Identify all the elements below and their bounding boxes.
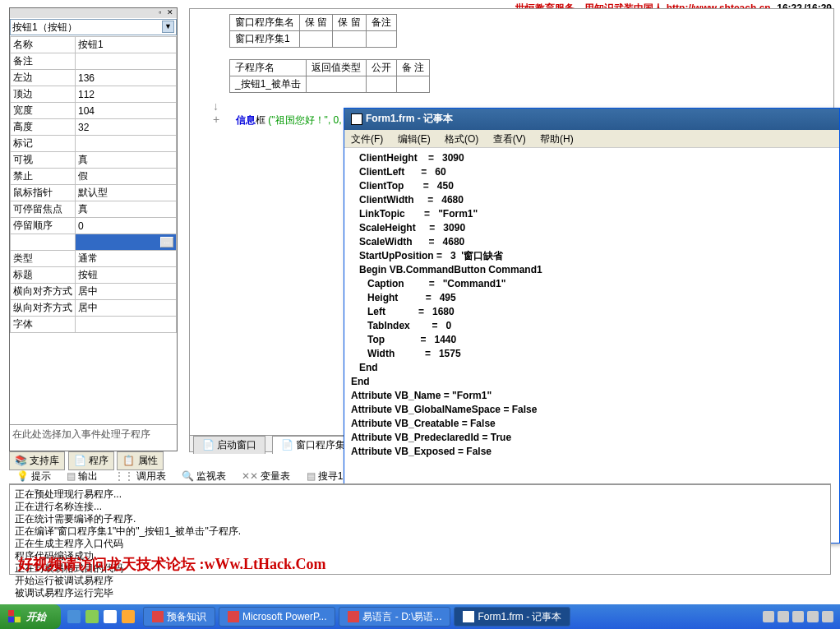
code-keyword: 信息 (236, 114, 256, 126)
prop-label[interactable]: 禁止 (11, 169, 76, 185)
subroutine-name: _按钮1_被单击 (230, 76, 307, 93)
taskbar: 开始 预备知识 Microsoft PowerP... 易语言 - D:\易语.… (0, 604, 840, 629)
tab-output[interactable]: ▤输出 (61, 468, 104, 485)
prop-value[interactable]: 真 (76, 201, 177, 218)
tab-start-window[interactable]: 📄 启动窗口 (193, 436, 265, 454)
ellipsis-button[interactable]: ... (160, 237, 173, 247)
help-text[interactable]: 在此处选择加入事件处理子程序 (10, 424, 177, 451)
tab-vars[interactable]: ✕✕变量表 (236, 468, 296, 485)
prop-value[interactable]: 真 (76, 152, 177, 169)
prop-label[interactable]: 停留顺序 (11, 218, 76, 234)
prop-label[interactable]: 顶边 (11, 86, 76, 103)
output-line: 正在预处理现行易程序... (15, 488, 825, 501)
start-button[interactable]: 开始 (0, 604, 61, 629)
panel-controls[interactable]: ▫ ✕ (159, 8, 175, 16)
window-assembly-table[interactable]: 窗口程序集名保 留保 留备注 窗口程序集1 (229, 14, 397, 48)
prop-value[interactable]: 默认型 (76, 185, 177, 201)
prop-value[interactable]: 0 (76, 218, 177, 234)
panel-header: ▫ ✕ (10, 8, 177, 18)
menu-help[interactable]: 帮助(H) (540, 133, 574, 145)
output-line: 被调试易程序运行完毕 (15, 587, 825, 599)
task-2[interactable]: Microsoft PowerP... (219, 607, 335, 627)
notepad-menubar: 文件(F) 编辑(E) 格式(O) 查看(V) 帮助(H) (344, 130, 839, 148)
prop-label[interactable]: 标题 (11, 267, 76, 284)
menu-view[interactable]: 查看(V) (493, 133, 526, 145)
tab-tips[interactable]: 💡提示 (11, 468, 57, 485)
prop-label[interactable]: 字体 (11, 317, 76, 333)
system-tray[interactable] (756, 611, 840, 622)
prop-label[interactable]: 可停留焦点 (11, 201, 76, 218)
windows-icon (8, 610, 21, 623)
tray-icon-4[interactable] (807, 611, 819, 622)
prop-label[interactable]: 纵向对齐方式 (11, 300, 76, 317)
prop-label[interactable]: 左边 (11, 70, 76, 86)
output-box[interactable]: 正在预处理现行易程序...正在进行名称连接...正在统计需要编译的子程序.正在编… (9, 484, 831, 575)
prop-value[interactable]: 32 (76, 119, 177, 136)
prop-label[interactable]: 宽度 (11, 103, 76, 119)
output-line: 正在进行名称连接... (15, 501, 825, 513)
menu-edit[interactable]: 编辑(E) (398, 133, 431, 145)
prop-value[interactable] (76, 53, 177, 70)
menu-file[interactable]: 文件(F) (351, 133, 383, 145)
property-grid: 名称按钮1备注左边136顶边112宽度104高度32标记可视真禁止假鼠标指针默认… (10, 36, 177, 333)
ql-icon-2[interactable] (85, 610, 99, 623)
assembly-name: 窗口程序集1 (230, 31, 300, 48)
object-dropdown[interactable]: 按钮1（按钮） ▼ (10, 19, 177, 35)
prop-label[interactable]: 横向对齐方式 (11, 284, 76, 300)
prop-label[interactable]: 鼠标指针 (11, 185, 76, 201)
prop-label[interactable]: 名称 (11, 37, 76, 53)
string-literal: ("祖国您好！", 0, ) (268, 114, 348, 126)
chevron-down-icon[interactable]: ▼ (162, 21, 174, 33)
subroutine-table[interactable]: 子程序名返回值类型公开备 注 _按钮1_被单击 (229, 59, 430, 93)
bottom-toolbar: 💡提示 ▤输出 ⋮⋮调用表 🔍监视表 ✕✕变量表 ▤搜寻1 (9, 466, 831, 484)
prop-label[interactable]: 标记 (11, 136, 76, 152)
prop-value[interactable]: 112 (76, 86, 177, 103)
notepad-titlebar[interactable]: Form1.frm - 记事本 (344, 109, 839, 130)
prop-value[interactable]: 按钮1 (76, 37, 177, 53)
output-line: 正在统计需要编译的子程序. (15, 513, 825, 525)
task-3[interactable]: 易语言 - D:\易语... (339, 607, 450, 627)
output-line: 正在生成主程序入口代码 (15, 538, 825, 550)
prop-value[interactable] (76, 317, 177, 333)
quick-launch (61, 610, 141, 623)
ql-icon-3[interactable] (104, 610, 117, 623)
prop-value[interactable]: 居中 (76, 284, 177, 300)
bottom-panel: 💡提示 ▤输出 ⋮⋮调用表 🔍监视表 ✕✕变量表 ▤搜寻1 正在预处理现行易程序… (9, 466, 831, 590)
tab-search[interactable]: ▤搜寻1 (301, 468, 349, 485)
prop-label[interactable]: 高度 (11, 119, 76, 136)
output-line: 正在编译"窗口程序集1"中的"_按钮1_被单击"子程序. (15, 525, 825, 538)
ql-icon-4[interactable] (122, 610, 135, 623)
prop-value[interactable] (76, 136, 177, 152)
dropdown-selected: 按钮1（按钮） (12, 21, 77, 33)
tray-icon-5[interactable] (822, 611, 833, 622)
gutter-arrow: ↓ + (213, 99, 228, 126)
tray-icon-1[interactable] (763, 611, 774, 622)
task-1[interactable]: 预备知识 (143, 607, 215, 627)
prop-value[interactable]: 136 (76, 70, 177, 86)
prop-value[interactable]: 通常 (76, 251, 177, 267)
output-line: 开始运行被调试易程序 (15, 575, 825, 587)
prop-value[interactable]: 居中 (76, 300, 177, 317)
menu-format[interactable]: 格式(O) (445, 133, 478, 145)
prop-label[interactable]: 图片 (11, 234, 76, 251)
prop-value[interactable]: ... (76, 234, 177, 251)
prop-value[interactable]: 假 (76, 169, 177, 185)
tray-icon-3[interactable] (792, 611, 804, 622)
prop-value[interactable]: 104 (76, 103, 177, 119)
ql-icon-1[interactable] (67, 610, 81, 623)
notepad-title: Form1.frm - 记事本 (366, 113, 453, 124)
watermark-text: 好视频请访问龙天技术论坛 :wWw.LtHack.Com (18, 558, 326, 571)
notepad-icon (351, 113, 362, 125)
prop-label[interactable]: 可视 (11, 152, 76, 169)
prop-label[interactable]: 备注 (11, 53, 76, 70)
task-4[interactable]: Form1.frm - 记事本 (454, 607, 570, 627)
tab-calltable[interactable]: ⋮⋮调用表 (108, 468, 172, 485)
prop-value[interactable]: 按钮 (76, 267, 177, 284)
tray-icon-2[interactable] (778, 611, 789, 622)
tab-watch[interactable]: 🔍监视表 (176, 468, 232, 485)
prop-label[interactable]: 类型 (11, 251, 76, 267)
property-panel: ▫ ✕ 按钮1（按钮） ▼ 名称按钮1备注左边136顶边112宽度104高度32… (9, 7, 178, 451)
